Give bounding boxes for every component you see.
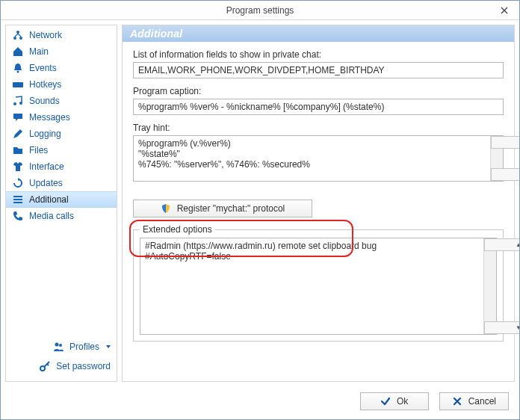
chat-icon <box>12 111 24 123</box>
shirt-icon <box>12 161 24 173</box>
ext-textarea[interactable]: #Radmin (https://www.radmin.ru) remote s… <box>140 238 497 335</box>
ext-legend: Extended options <box>140 224 215 235</box>
svg-rect-4 <box>13 82 23 87</box>
caption-input[interactable] <box>133 99 504 115</box>
nav-label: Additional <box>29 194 69 205</box>
nav-events[interactable]: Events <box>6 60 117 76</box>
set-password-link[interactable]: Set password <box>39 360 111 372</box>
caption-label: Program caption: <box>133 86 504 96</box>
nav-files[interactable]: Files <box>6 142 117 158</box>
svg-rect-7 <box>13 196 22 197</box>
svg-point-1 <box>19 37 22 40</box>
svg-point-0 <box>13 37 16 40</box>
keyboard-icon <box>12 78 24 90</box>
nav-label: Media calls <box>29 211 74 221</box>
nav-list: Network Main Events Hotkeys Sounds Messa <box>6 25 117 226</box>
panel: Additional List of information fields to… <box>122 25 515 382</box>
pencil-icon <box>12 128 24 140</box>
list-icon <box>12 194 24 206</box>
tray-value: %program% (v.%ver%) "%state%" %745%: "%s… <box>134 136 490 181</box>
x-icon <box>452 396 462 407</box>
people-icon <box>52 341 64 353</box>
sidebar-footer: Profiles Set password <box>6 336 117 381</box>
nav-label: Messages <box>29 112 70 123</box>
nav-label: Interface <box>29 161 64 172</box>
tray-textarea[interactable]: %program% (v.%ver%) "%state%" %745%: "%s… <box>133 135 504 182</box>
register-label: Register "mychat:" protocol <box>177 203 285 214</box>
nav-updates[interactable]: Updates <box>6 175 117 191</box>
nav-additional[interactable]: Additional <box>6 191 117 208</box>
ok-label: Ok <box>397 396 408 407</box>
nav-interface[interactable]: Interface <box>6 158 117 175</box>
nav-network[interactable]: Network <box>6 27 117 43</box>
svg-rect-8 <box>13 199 22 200</box>
tray-scrollbar: ▲ ▼ <box>490 136 503 181</box>
ok-button[interactable]: Ok <box>360 392 429 410</box>
tray-label: Tray hint: <box>133 123 504 133</box>
svg-point-11 <box>59 344 62 347</box>
folder-icon <box>12 144 24 156</box>
nav-label: Hotkeys <box>29 79 61 90</box>
network-icon <box>12 29 24 41</box>
ext-scrollbar: ▲ ▼ <box>483 238 496 334</box>
ext-value: #Radmin (https://www.radmin.ru) remote s… <box>140 238 483 334</box>
key-icon <box>39 360 51 372</box>
window-title: Program settings <box>226 5 294 16</box>
sidebar: Network Main Events Hotkeys Sounds Messa <box>5 25 117 382</box>
scroll-up-button[interactable]: ▲ <box>484 238 520 251</box>
nav-sounds[interactable]: Sounds <box>6 93 117 109</box>
music-icon <box>12 95 24 107</box>
nav-label: Sounds <box>29 96 60 106</box>
fields-input[interactable] <box>133 62 504 78</box>
cancel-button[interactable]: Cancel <box>439 392 509 410</box>
nav-label: Updates <box>29 178 63 188</box>
extended-options-fieldset: Extended options #Radmin (https://www.ra… <box>133 229 504 342</box>
nav-hotkeys[interactable]: Hotkeys <box>6 76 117 93</box>
close-button[interactable] <box>494 1 515 19</box>
nav-logging[interactable]: Logging <box>6 126 117 142</box>
nav-label: Files <box>29 145 48 155</box>
profiles-dropdown[interactable]: Profiles <box>52 341 111 353</box>
profiles-label: Profiles <box>69 342 99 352</box>
register-protocol-button[interactable]: Register "mychat:" protocol <box>133 200 312 217</box>
shield-icon <box>161 203 171 214</box>
scroll-down-button[interactable]: ▼ <box>484 321 520 334</box>
scroll-down-button[interactable]: ▼ <box>491 168 520 181</box>
check-icon <box>380 396 391 407</box>
nav-main[interactable]: Main <box>6 43 117 60</box>
svg-point-10 <box>55 343 58 347</box>
titlebar: Program settings <box>1 1 519 20</box>
nav-label: Logging <box>29 129 61 139</box>
set-password-label: Set password <box>56 361 111 371</box>
cancel-label: Cancel <box>468 396 496 407</box>
chevron-down-icon <box>106 345 111 348</box>
action-bar: Ok Cancel <box>1 386 519 419</box>
panel-title: Additional <box>123 25 514 42</box>
nav-label: Network <box>29 30 62 40</box>
fields-group: List of information fields to show in pr… <box>133 49 504 78</box>
svg-rect-9 <box>13 202 22 203</box>
svg-point-6 <box>19 102 22 105</box>
tray-group: Tray hint: %program% (v.%ver%) "%state%"… <box>133 123 504 182</box>
bell-icon <box>12 62 24 74</box>
home-icon <box>12 46 24 58</box>
phone-icon <box>12 210 24 222</box>
scroll-up-button[interactable]: ▲ <box>491 136 520 149</box>
svg-point-5 <box>13 102 16 105</box>
refresh-icon <box>12 177 24 189</box>
svg-point-3 <box>17 71 19 73</box>
nav-label: Main <box>29 46 49 57</box>
fields-label: List of information fields to show in pr… <box>133 49 504 60</box>
nav-label: Events <box>29 63 57 73</box>
caption-group: Program caption: <box>133 86 504 115</box>
svg-point-2 <box>16 31 19 34</box>
nav-media-calls[interactable]: Media calls <box>6 208 117 224</box>
nav-messages[interactable]: Messages <box>6 109 117 126</box>
